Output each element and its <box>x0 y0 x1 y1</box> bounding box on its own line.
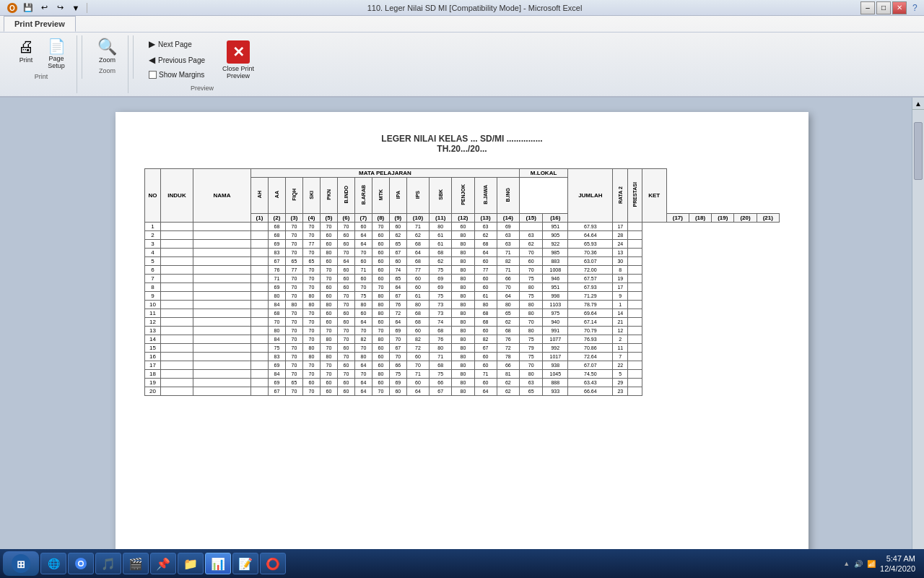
cell-induk <box>161 223 193 231</box>
cell-val-0 <box>251 370 269 379</box>
cell-val-1: 68 <box>268 231 285 240</box>
close-button[interactable]: ✕ <box>892 1 907 14</box>
cell-val-11: 80 <box>452 379 474 387</box>
cell-no: 8 <box>145 283 161 292</box>
cell-val-17: 11 <box>613 344 628 353</box>
show-margins-checkbox[interactable] <box>149 71 157 79</box>
taskbar-excel[interactable]: 📊 <box>205 553 231 574</box>
cell-val-15: 883 <box>543 257 568 266</box>
save-button[interactable]: 💾 <box>22 1 35 14</box>
page-setup-button[interactable]: 📄 PageSetup <box>42 37 71 72</box>
taskbar-media[interactable]: 🎵 <box>95 553 121 574</box>
office-orb[interactable]: O <box>6 1 19 14</box>
tab-print-preview[interactable]: Print Preview <box>4 16 76 32</box>
show-margins-button[interactable]: Show Margins <box>144 69 210 81</box>
cell-val-9: 72 <box>406 344 429 353</box>
cell-val-5: 70 <box>337 327 354 335</box>
start-button[interactable]: ⊞ <box>3 551 39 576</box>
cell-val-3: 70 <box>302 309 320 318</box>
cell-val-1: 71 <box>268 275 285 283</box>
cell-val-3: 70 <box>302 266 320 275</box>
cell-val-6: 71 <box>354 266 372 275</box>
print-button[interactable]: 🖨 Print <box>12 37 40 66</box>
maximize-button[interactable]: □ <box>876 1 891 14</box>
cell-val-8: 76 <box>389 301 406 309</box>
cell-val-5: 64 <box>337 257 354 266</box>
cell-val-15: 991 <box>543 327 568 335</box>
colnum-8: (8) <box>372 214 389 223</box>
prev-page-label: Previous Page <box>158 56 205 64</box>
prev-page-button[interactable]: ◀ Previous Page <box>144 53 210 67</box>
cell-val-1: 68 <box>268 223 285 231</box>
cell-val-11: 80 <box>452 327 474 335</box>
taskbar-pin[interactable]: 📌 <box>150 553 176 574</box>
cell-val-1: 69 <box>268 283 285 292</box>
cell-val-10: 61 <box>430 240 452 249</box>
cell-induk <box>161 257 193 266</box>
cell-val-13: 63 <box>497 231 519 240</box>
cell-val-3: 70 <box>302 283 320 292</box>
cell-val-16: 67.57 <box>568 275 613 283</box>
cell-val-10: 61 <box>430 231 452 240</box>
colnum-13: (13) <box>474 214 497 223</box>
redo-button[interactable]: ↪ <box>53 1 66 14</box>
table-row: 16870707070607060718060636995167.9317 <box>145 223 780 231</box>
cell-val-11: 60 <box>452 223 474 231</box>
cell-val-0 <box>251 387 269 396</box>
cell-val-8: 70 <box>389 353 406 361</box>
cell-val-5: 70 <box>337 223 354 231</box>
window-title: 110. Leger Nilai SD MI [Compatibility Mo… <box>92 4 858 12</box>
colnum-16: (16) <box>543 214 568 223</box>
cell-val-5: 70 <box>337 301 354 309</box>
cell-val-11: 80 <box>452 387 474 396</box>
cell-val-1: 68 <box>268 309 285 318</box>
cell-val-11: 80 <box>452 370 474 379</box>
vertical-scrollbar[interactable]: ▲ ▼ <box>912 98 924 567</box>
scrollbar-thumb[interactable] <box>914 122 923 180</box>
cell-val-4: 80 <box>320 335 337 344</box>
cell-val-4: 60 <box>320 318 337 327</box>
taskbar-folder[interactable]: 📁 <box>178 553 204 574</box>
cell-val-10: 68 <box>430 249 452 257</box>
cell-val-9: 60 <box>406 275 429 283</box>
cell-val-2: 70 <box>285 292 302 301</box>
cell-no: 18 <box>145 370 161 379</box>
cell-val-9: 80 <box>406 301 429 309</box>
help-button[interactable]: ? <box>912 3 918 13</box>
undo-button[interactable]: ↩ <box>38 1 51 14</box>
taskbar-word[interactable]: 📝 <box>232 553 258 574</box>
scroll-up-arrow[interactable]: ▲ <box>912 98 924 110</box>
cell-val-17: 19 <box>613 275 628 283</box>
taskbar-movie[interactable]: 🎬 <box>123 553 149 574</box>
cell-val-10: 71 <box>430 353 452 361</box>
taskbar-opera[interactable]: ⭕ <box>260 553 286 574</box>
cell-nama <box>193 275 251 283</box>
zoom-button[interactable]: 🔍 Zoom <box>92 37 122 66</box>
taskbar-ie[interactable]: 🌐 <box>40 553 66 574</box>
cell-val-5: 60 <box>337 318 354 327</box>
next-page-button[interactable]: ▶ Next Page <box>144 37 210 51</box>
close-print-preview-button[interactable]: ✕ Close PrintPreview <box>216 37 261 83</box>
cell-val-1: 67 <box>268 387 285 396</box>
cell-val-13: 65 <box>497 309 519 318</box>
cell-nama <box>193 309 251 318</box>
cell-val-0 <box>251 266 269 275</box>
cell-induk <box>161 292 193 301</box>
cell-induk <box>161 353 193 361</box>
cell-val-13: 80 <box>497 301 519 309</box>
cell-val-2: 80 <box>285 301 302 309</box>
cell-val-11: 80 <box>452 361 474 370</box>
cell-val-16: 76.93 <box>568 335 613 344</box>
cell-val-11: 80 <box>452 283 474 292</box>
minimize-button[interactable]: – <box>860 1 875 14</box>
cell-val-7: 60 <box>372 344 389 353</box>
cell-val-17: 2 <box>613 335 628 344</box>
cell-val-13: 76 <box>497 335 519 344</box>
taskbar-chrome[interactable] <box>68 553 94 574</box>
cell-val-14: 75 <box>519 292 542 301</box>
cell-no: 3 <box>145 240 161 249</box>
cell-val-17: 17 <box>613 283 628 292</box>
cell-val-9: 71 <box>406 223 429 231</box>
cell-val-16: 78.79 <box>568 301 613 309</box>
quick-access-dropdown[interactable]: ▼ <box>69 1 82 14</box>
